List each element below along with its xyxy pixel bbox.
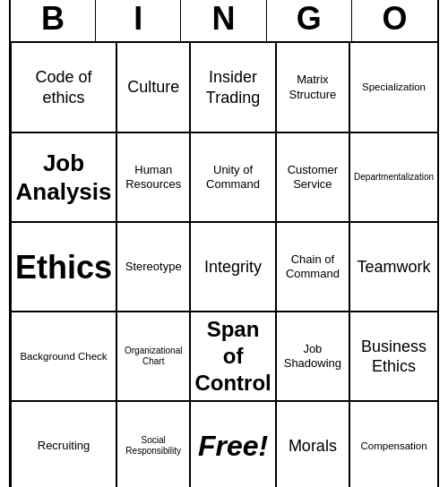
header-letter-b: B xyxy=(11,0,96,41)
bingo-cell-text-11: Stereotype xyxy=(125,260,182,274)
bingo-cell-text-19: Business Ethics xyxy=(354,337,434,377)
bingo-cell-text-20: Recruiting xyxy=(38,439,90,453)
bingo-cell-3[interactable]: Matrix Structure xyxy=(276,43,349,132)
bingo-cell-text-3: Matrix Structure xyxy=(280,73,345,102)
bingo-cell-text-24: Compensation xyxy=(360,440,426,452)
header-letter-i: I xyxy=(96,0,181,41)
bingo-cell-10[interactable]: Ethics xyxy=(11,222,116,312)
bingo-header: BINGO xyxy=(11,0,437,43)
bingo-cell-text-4: Specialization xyxy=(362,81,426,93)
bingo-cell-7[interactable]: Unity of Command xyxy=(190,132,275,222)
bingo-cell-15[interactable]: Background Check xyxy=(11,312,116,401)
bingo-grid: Code of ethicsCultureInsider TradingMatr… xyxy=(11,43,437,487)
bingo-cell-8[interactable]: Customer Service xyxy=(276,132,349,222)
header-letter-n: N xyxy=(181,0,266,41)
bingo-cell-16[interactable]: Organizational Chart xyxy=(116,312,190,401)
bingo-cell-4[interactable]: Specialization xyxy=(349,43,437,132)
bingo-cell-text-15: Background Check xyxy=(20,350,107,363)
header-letter-o: O xyxy=(352,0,437,41)
bingo-cell-1[interactable]: Culture xyxy=(116,43,190,132)
bingo-cell-text-10: Ethics xyxy=(15,247,112,287)
bingo-cell-text-18: Job Shadowing xyxy=(280,342,345,372)
bingo-cell-text-16: Organizational Chart xyxy=(121,346,185,368)
bingo-cell-text-7: Unity of Command xyxy=(194,163,271,192)
bingo-cell-5[interactable]: Job Analysis xyxy=(11,132,116,222)
bingo-cell-2[interactable]: Insider Trading xyxy=(190,43,275,132)
bingo-cell-text-0: Code of ethics xyxy=(15,67,112,107)
bingo-cell-24[interactable]: Compensation xyxy=(349,401,437,487)
bingo-cell-text-1: Culture xyxy=(127,77,179,98)
bingo-cell-0[interactable]: Code of ethics xyxy=(11,43,116,132)
bingo-cell-text-21: Social Responsibility xyxy=(121,435,185,457)
bingo-cell-6[interactable]: Human Resources xyxy=(116,132,190,222)
bingo-cell-text-14: Teamwork xyxy=(358,257,431,278)
bingo-cell-12[interactable]: Integrity xyxy=(190,222,275,312)
bingo-cell-14[interactable]: Teamwork xyxy=(349,222,437,312)
bingo-cell-text-9: Departmentalization xyxy=(354,172,434,184)
bingo-cell-13[interactable]: Chain of Command xyxy=(276,222,349,312)
bingo-cell-text-2: Insider Trading xyxy=(194,67,271,107)
bingo-cell-text-17: Span of Control xyxy=(194,316,271,397)
bingo-cell-text-8: Customer Service xyxy=(280,163,345,192)
bingo-cell-19[interactable]: Business Ethics xyxy=(349,312,437,401)
bingo-cell-17[interactable]: Span of Control xyxy=(190,312,275,401)
bingo-cell-text-12: Integrity xyxy=(204,257,262,278)
bingo-cell-text-5: Job Analysis xyxy=(15,149,112,207)
bingo-cell-20[interactable]: Recruiting xyxy=(11,401,116,487)
bingo-cell-18[interactable]: Job Shadowing xyxy=(276,312,349,401)
bingo-cell-text-23: Morals xyxy=(289,436,337,457)
bingo-cell-21[interactable]: Social Responsibility xyxy=(116,401,190,487)
bingo-cell-22[interactable]: Free! xyxy=(190,401,275,487)
header-letter-g: G xyxy=(267,0,352,41)
bingo-cell-11[interactable]: Stereotype xyxy=(116,222,190,312)
bingo-card: BINGO Code of ethicsCultureInsider Tradi… xyxy=(9,0,439,487)
bingo-cell-text-13: Chain of Command xyxy=(280,252,345,282)
bingo-cell-text-22: Free! xyxy=(198,428,268,464)
bingo-cell-23[interactable]: Morals xyxy=(276,401,349,487)
bingo-cell-text-6: Human Resources xyxy=(121,163,185,192)
bingo-cell-9[interactable]: Departmentalization xyxy=(349,132,437,222)
